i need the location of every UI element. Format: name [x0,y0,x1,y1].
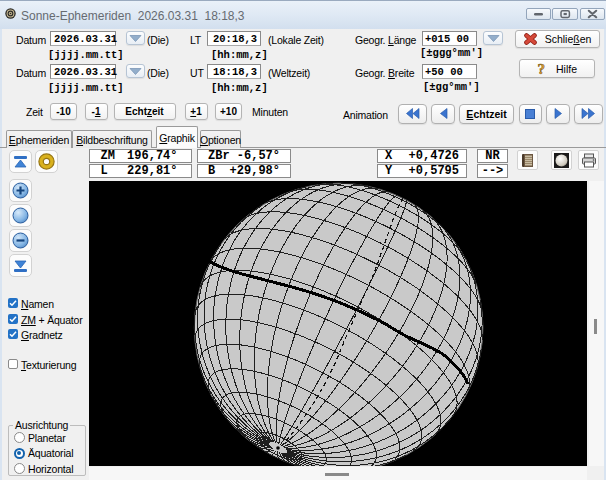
svg-text:?: ? [537,62,545,75]
